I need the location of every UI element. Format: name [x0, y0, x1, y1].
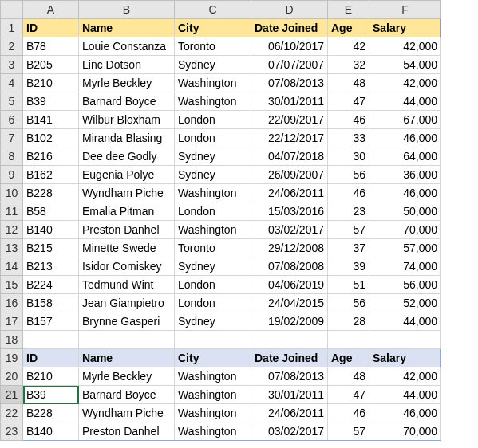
col-header-F[interactable]: F — [369, 1, 441, 19]
cell-B20[interactable]: Myrle Beckley — [79, 367, 175, 386]
row-header-14[interactable]: 14 — [1, 257, 23, 276]
cell-D13[interactable]: 29/12/2008 — [251, 239, 328, 257]
cell-F18[interactable] — [369, 331, 441, 349]
cell-D16[interactable]: 24/04/2015 — [251, 294, 328, 312]
cell-F9[interactable]: 36,000 — [369, 166, 441, 184]
row-header-22[interactable]: 22 — [1, 404, 23, 422]
cell-E22[interactable]: 46 — [328, 404, 369, 422]
cell-E14[interactable]: 39 — [328, 257, 369, 276]
cell-B3[interactable]: Linc Dotson — [79, 56, 175, 74]
cell-B21[interactable]: Barnard Boyce — [79, 386, 175, 404]
row-header-2[interactable]: 2 — [1, 37, 23, 56]
col-header-D[interactable]: D — [251, 1, 328, 19]
cell-C9[interactable]: Sydney — [175, 166, 251, 184]
cell-D3[interactable]: 07/07/2007 — [251, 56, 328, 74]
cell-C13[interactable]: Toronto — [175, 239, 251, 257]
th-age[interactable]: Age — [328, 19, 369, 37]
cell-B16[interactable]: Jean Giampietro — [79, 294, 175, 312]
cell-D17[interactable]: 19/02/2009 — [251, 312, 328, 331]
row-header-23[interactable]: 23 — [1, 422, 23, 441]
cell-E21[interactable]: 47 — [328, 386, 369, 404]
cell-C20[interactable]: Washington — [175, 367, 251, 386]
cell-C2[interactable]: Toronto — [175, 37, 251, 56]
cell-A5[interactable]: B39 — [23, 92, 79, 111]
cell-D8[interactable]: 04/07/2018 — [251, 147, 328, 166]
col-header-C[interactable]: C — [175, 1, 251, 19]
cell-E12[interactable]: 57 — [328, 221, 369, 239]
row-header-11[interactable]: 11 — [1, 202, 23, 221]
cell-A6[interactable]: B141 — [23, 111, 79, 129]
col-header-E[interactable]: E — [328, 1, 369, 19]
cell-D7[interactable]: 22/12/2017 — [251, 129, 328, 147]
cell-E9[interactable]: 56 — [328, 166, 369, 184]
cell-C10[interactable]: Washington — [175, 184, 251, 202]
row-header-9[interactable]: 9 — [1, 166, 23, 184]
cell-B17[interactable]: Brynne Gasperi — [79, 312, 175, 331]
cell-F6[interactable]: 67,000 — [369, 111, 441, 129]
cell-A20[interactable]: B210 — [23, 367, 79, 386]
cell-B8[interactable]: Dee dee Godly — [79, 147, 175, 166]
cell-C7[interactable]: London — [175, 129, 251, 147]
cell-D10[interactable]: 24/06/2011 — [251, 184, 328, 202]
cell-C3[interactable]: Sydney — [175, 56, 251, 74]
cell-D15[interactable]: 04/06/2019 — [251, 276, 328, 294]
cell-A7[interactable]: B102 — [23, 129, 79, 147]
cell-B18[interactable] — [79, 331, 175, 349]
cell-B4[interactable]: Myrle Beckley — [79, 74, 175, 92]
th2-city[interactable]: City — [175, 349, 251, 367]
cell-D2[interactable]: 06/10/2017 — [251, 37, 328, 56]
cell-A10[interactable]: B228 — [23, 184, 79, 202]
cell-D14[interactable]: 07/08/2008 — [251, 257, 328, 276]
cell-C21[interactable]: Washington — [175, 386, 251, 404]
row-header-10[interactable]: 10 — [1, 184, 23, 202]
cell-C15[interactable]: London — [175, 276, 251, 294]
th2-date[interactable]: Date Joined — [251, 349, 328, 367]
cell-E11[interactable]: 23 — [328, 202, 369, 221]
th2-id[interactable]: ID — [23, 349, 79, 367]
cell-E10[interactable]: 46 — [328, 184, 369, 202]
cell-B11[interactable]: Emalia Pitman — [79, 202, 175, 221]
row-header-19[interactable]: 19 — [1, 349, 23, 367]
cell-B13[interactable]: Minette Swede — [79, 239, 175, 257]
row-header-4[interactable]: 4 — [1, 74, 23, 92]
cell-A15[interactable]: B224 — [23, 276, 79, 294]
row-header-13[interactable]: 13 — [1, 239, 23, 257]
cell-A21[interactable]: B39 — [23, 386, 79, 404]
cell-A8[interactable]: B216 — [23, 147, 79, 166]
cell-F10[interactable]: 46,000 — [369, 184, 441, 202]
cell-E3[interactable]: 32 — [328, 56, 369, 74]
cell-B9[interactable]: Eugenia Polye — [79, 166, 175, 184]
cell-F13[interactable]: 57,000 — [369, 239, 441, 257]
cell-B6[interactable]: Wilbur Bloxham — [79, 111, 175, 129]
cell-E15[interactable]: 51 — [328, 276, 369, 294]
select-all-corner[interactable] — [1, 1, 23, 19]
cell-F8[interactable]: 64,000 — [369, 147, 441, 166]
cell-A16[interactable]: B158 — [23, 294, 79, 312]
cell-C4[interactable]: Washington — [175, 74, 251, 92]
th2-salary[interactable]: Salary — [369, 349, 441, 367]
th-name[interactable]: Name — [79, 19, 175, 37]
cell-F11[interactable]: 50,000 — [369, 202, 441, 221]
cell-F20[interactable]: 42,000 — [369, 367, 441, 386]
cell-F17[interactable]: 44,000 — [369, 312, 441, 331]
cell-A17[interactable]: B157 — [23, 312, 79, 331]
cell-A11[interactable]: B58 — [23, 202, 79, 221]
cell-F5[interactable]: 44,000 — [369, 92, 441, 111]
cell-E6[interactable]: 46 — [328, 111, 369, 129]
cell-E2[interactable]: 42 — [328, 37, 369, 56]
cell-B22[interactable]: Wyndham Piche — [79, 404, 175, 422]
cell-D23[interactable]: 03/02/2017 — [251, 422, 328, 441]
th-id[interactable]: ID — [23, 19, 79, 37]
cell-F22[interactable]: 46,000 — [369, 404, 441, 422]
th2-name[interactable]: Name — [79, 349, 175, 367]
cell-B5[interactable]: Barnard Boyce — [79, 92, 175, 111]
cell-E18[interactable] — [328, 331, 369, 349]
row-header-6[interactable]: 6 — [1, 111, 23, 129]
cell-D4[interactable]: 07/08/2013 — [251, 74, 328, 92]
cell-B14[interactable]: Isidor Comiskey — [79, 257, 175, 276]
cell-F12[interactable]: 70,000 — [369, 221, 441, 239]
cell-C14[interactable]: Sydney — [175, 257, 251, 276]
cell-C12[interactable]: Washington — [175, 221, 251, 239]
cell-F7[interactable]: 46,000 — [369, 129, 441, 147]
cell-F14[interactable]: 74,000 — [369, 257, 441, 276]
